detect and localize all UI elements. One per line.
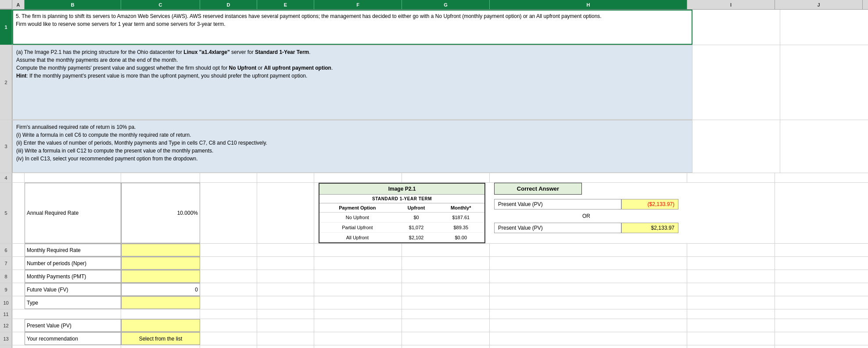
cell-f8: [314, 270, 402, 283]
row2-merged-cell: (a) The Image P2.1 has the pricing struc…: [12, 45, 692, 120]
row-num-3[interactable]: 3: [0, 120, 12, 173]
row2-text: (a) The Image P2.1 has the pricing struc…: [16, 48, 333, 80]
row-num-6[interactable]: 6: [0, 244, 12, 256]
col-header-d[interactable]: D: [200, 0, 257, 9]
row-11: 11: [0, 309, 868, 319]
cell-b7-label: Number of periods (Nper): [25, 257, 121, 270]
cell-f10: [314, 296, 402, 309]
row3-merged-cell: Firm's annualised required rate of retur…: [12, 120, 692, 173]
cell-i10: [687, 296, 775, 309]
cell-f14: [314, 345, 402, 348]
image-row-2-option: Partial Upfront: [319, 223, 395, 233]
cell-a5: [12, 183, 25, 243]
cell-b6-label: Monthly Required Rate: [25, 244, 121, 256]
image-row-2-monthly: $89.35: [438, 223, 484, 233]
nper-label: Number of periods (Nper): [27, 260, 86, 266]
cell-c6-value[interactable]: [121, 244, 200, 256]
col-header-i[interactable]: I: [687, 0, 775, 9]
col-header-g[interactable]: G: [402, 0, 490, 9]
row-num-7[interactable]: 7: [0, 257, 12, 270]
cell-j3: [780, 120, 868, 173]
row-3: 3 Firm's annualised required rate of ret…: [0, 120, 868, 173]
row-num-9[interactable]: 9: [0, 283, 12, 296]
cell-g11: [402, 309, 490, 319]
cell-c7-value[interactable]: [121, 257, 200, 270]
cell-c8-value[interactable]: [121, 270, 200, 283]
cell-g14: [402, 345, 490, 348]
row-num-8[interactable]: 8: [0, 270, 12, 283]
row-num-1[interactable]: 1: [0, 10, 12, 45]
cell-i12: [687, 319, 775, 332]
image-col-header-option: Payment Option: [319, 203, 395, 213]
cell-b14: [25, 345, 121, 348]
col-header-f[interactable]: F: [314, 0, 402, 9]
image-col-header-monthly: Monthly*: [438, 203, 484, 213]
column-headers: A B C D E F G H I J: [0, 0, 868, 10]
image-table-title: Image P2.1: [319, 184, 484, 195]
cell-d14: [200, 345, 257, 348]
row-num-14[interactable]: 14: [0, 345, 12, 348]
cell-f12: [314, 319, 402, 332]
row-4: 4: [0, 173, 868, 183]
pv2-label: Present Value (PV): [494, 223, 621, 233]
monthly-rate-label: Monthly Required Rate: [27, 247, 81, 253]
col-header-j[interactable]: J: [775, 0, 863, 9]
cell-e4: [257, 173, 314, 182]
cell-b4: [25, 173, 121, 182]
cell-j11: [775, 309, 863, 319]
col-header-b[interactable]: B: [25, 0, 121, 9]
col-header-c[interactable]: C: [121, 0, 200, 9]
cell-d11: [200, 309, 257, 319]
cell-d12: [200, 319, 257, 332]
cell-f7: [314, 257, 402, 270]
row-num-12[interactable]: 12: [0, 319, 12, 332]
cell-c13-value[interactable]: Select from the list: [121, 332, 200, 345]
cell-b8-label: Monthly Payments (PMT): [25, 270, 121, 283]
cell-h13: [490, 332, 687, 345]
row-num-11[interactable]: 11: [0, 309, 12, 319]
cell-j10: [775, 296, 863, 309]
row-14: 14: [0, 345, 868, 348]
annual-rate-label: Annual Required Rate: [27, 210, 79, 216]
pmt-label: Monthly Payments (PMT): [27, 273, 86, 280]
cell-d5: [200, 183, 257, 243]
row-num-10[interactable]: 10: [0, 296, 12, 309]
cell-g4: [402, 173, 490, 182]
cell-g6: [402, 244, 490, 256]
cell-i4: [687, 173, 775, 182]
cell-c10-value[interactable]: [121, 296, 200, 309]
cell-d9: [200, 283, 257, 296]
pv-row-positive: Present Value (PV) $2,133.97: [494, 223, 678, 233]
cell-b5-label: Annual Required Rate: [25, 183, 121, 243]
cell-c5-value[interactable]: 10.000%: [121, 183, 200, 243]
cell-i1: [692, 10, 780, 45]
cell-d4: [200, 173, 257, 182]
row-2: 2 (a) The Image P2.1 has the pricing str…: [0, 45, 868, 120]
cell-j5: [775, 183, 863, 243]
cell-b12-label: Present Value (PV): [25, 319, 121, 332]
row-num-4[interactable]: 4: [0, 173, 12, 182]
cell-h6: [490, 244, 687, 256]
cell-b10-label: Type: [25, 296, 121, 309]
or-text: OR: [494, 213, 678, 219]
cell-f11: [314, 309, 402, 319]
cell-j4: [775, 173, 863, 182]
cell-e8: [257, 270, 314, 283]
col-header-h[interactable]: H: [490, 0, 687, 9]
type-label: Type: [27, 300, 38, 306]
col-header-a[interactable]: A: [12, 0, 25, 9]
cell-c12-value[interactable]: [121, 319, 200, 332]
cell-i5: [687, 183, 775, 243]
pv1-label: Present Value (PV): [494, 199, 621, 210]
corner-cell: [0, 0, 12, 9]
cell-e5: [257, 183, 314, 243]
cell-g12: [402, 319, 490, 332]
row-num-13[interactable]: 13: [0, 332, 12, 345]
cell-g9: [402, 283, 490, 296]
row-num-2[interactable]: 2: [0, 45, 12, 120]
row-num-5[interactable]: 5: [0, 183, 12, 243]
cell-a7: [12, 257, 25, 270]
col-header-e[interactable]: E: [257, 0, 314, 9]
image-row-1-upfront: $0: [395, 213, 438, 223]
cell-g13: [402, 332, 490, 345]
